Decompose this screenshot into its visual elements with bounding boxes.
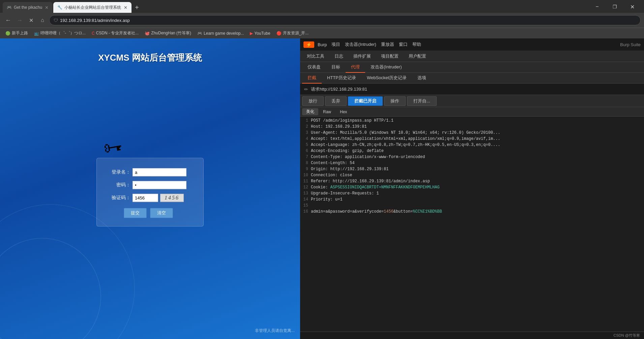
format-raw[interactable]: Raw — [319, 109, 335, 115]
proxy-tab-options[interactable]: 选项 — [412, 73, 432, 84]
action-fanxing[interactable]: 放行 — [302, 96, 324, 106]
action-diqhi[interactable]: 丢弃 — [325, 96, 347, 106]
nav-window[interactable]: 窗口 — [399, 41, 408, 48]
line-content-16: admin=a&password=a&verifycode=1456&butto… — [311, 209, 442, 215]
status-right: CSDN @竹等寒 — [614, 333, 640, 338]
line-content-12: Cookie: ASPSESSIONIDQACBRTDT=NMNFNFFAKKN… — [311, 185, 440, 190]
reload-button[interactable]: ✕ — [26, 16, 36, 25]
proxy-tab-ws-history[interactable]: WebSocket历史记录 — [361, 73, 412, 84]
nav-repeater[interactable]: 重放器 — [381, 41, 394, 48]
line-num-15: 15 — [301, 203, 311, 209]
tab2-title: 小杨站长企业网站后台管理系统 — [64, 5, 121, 10]
tab-proxy[interactable]: 代理 — [346, 62, 365, 73]
bookmark-learngame[interactable]: 🎮 Learn game develop... — [195, 30, 246, 37]
burp-suite-title: Burp Suite — [620, 42, 641, 47]
format-pretty[interactable]: 美化 — [302, 108, 318, 115]
action-intercept-on[interactable]: 拦截已开启 — [348, 96, 383, 106]
line-num-8: 8 — [301, 161, 311, 166]
line-13: 13 Upgrade-Insecure-Requests: 1 — [300, 191, 644, 197]
bookmark4-icon: 🐙 — [145, 31, 150, 36]
format-hex[interactable]: Hex — [336, 109, 351, 115]
bookmark1-label: 新手上路 — [12, 30, 28, 36]
line-2: 2 Host: 192.168.29.139:81 — [300, 124, 644, 130]
window-minimize[interactable]: − — [589, 2, 605, 11]
line-num-13: 13 — [301, 191, 311, 196]
username-input[interactable] — [133, 168, 186, 176]
line-content-3: User-Agent: Mozilla/5.0 (Windows NT 10.0… — [311, 130, 500, 136]
line-15: 15 — [300, 203, 644, 209]
back-button[interactable]: ← — [3, 16, 13, 25]
home-button[interactable]: ⌂ — [38, 16, 47, 25]
line-4: 4 Accept: text/html,application/xhtml+xm… — [300, 136, 644, 142]
line-content-6: Accept-Encoding: gzip, deflate — [311, 149, 384, 154]
nav-burp[interactable]: Burp — [318, 42, 327, 47]
burp-main-tabs: 仪表盘 目标 代理 攻击器(Intruder) — [300, 62, 644, 73]
action-open[interactable]: 打开自... — [407, 96, 437, 106]
tab-dashboard[interactable]: 仪表盘 — [302, 62, 326, 73]
line-6: 6 Accept-Encoding: gzip, deflate — [300, 148, 644, 154]
footer-text: 非管理人员请自觉离... — [255, 328, 295, 334]
submit-button[interactable]: 提交 — [124, 208, 147, 218]
nav-intruder[interactable]: 攻击器(Intruder) — [345, 41, 376, 48]
tool-extensions[interactable]: 插件扩展 — [349, 52, 376, 61]
new-tab-button[interactable]: + — [132, 3, 142, 12]
line-12: 12 Cookie: ASPSESSIONIDQACBRTDT=NMNFNFFA… — [300, 185, 644, 191]
nav-help[interactable]: 帮助 — [412, 41, 421, 48]
security-icon: 🛡 — [54, 18, 58, 23]
bookmark-zhudenghan[interactable]: 🐙 ZhuDengHan (竹等寒) — [142, 29, 194, 37]
tool-user-settings[interactable]: 用户配置 — [404, 52, 431, 61]
username-label: 登录名： — [110, 169, 130, 175]
username-row: 登录名： — [110, 168, 186, 176]
bookmark-csdn[interactable]: C CSDN - 专业开发者社... — [89, 29, 141, 37]
request-content: 1 POST /admin/loginpass.asp HTTP/1.1 2 H… — [300, 117, 644, 332]
line-content-8: Content-Length: 54 — [311, 161, 355, 166]
window-close[interactable]: ✕ — [624, 2, 640, 11]
request-url-bar: ✏ 请求http://192.168.29.139:81 — [300, 84, 644, 95]
line-7: 7 Content-Type: application/x-www-form-u… — [300, 154, 644, 160]
line-num-3: 3 — [301, 130, 311, 136]
tool-log[interactable]: 日志 — [330, 52, 348, 61]
window-maximize[interactable]: ❐ — [607, 2, 622, 11]
nav-project[interactable]: 项目 — [331, 41, 340, 48]
line-8: 8 Content-Length: 54 — [300, 160, 644, 166]
line-num-1: 1 — [301, 118, 311, 124]
line-num-7: 7 — [301, 155, 311, 160]
address-input[interactable]: 🛡 192.168.29.139:81/admin/index.asp — [49, 15, 641, 25]
tab2-close[interactable]: ✕ — [124, 5, 127, 10]
line-content-4: Accept: text/html,application/xhtml+xml,… — [311, 136, 500, 142]
verify-code-display: 1456 — [160, 194, 184, 202]
verify-input[interactable] — [133, 194, 158, 202]
tab-intruder[interactable]: 攻击器(Intruder) — [365, 62, 407, 73]
tab-active[interactable]: 🔧 小杨站长企业网站后台管理系统 ✕ — [53, 2, 131, 13]
forward-button[interactable]: → — [15, 16, 24, 25]
proxy-tab-intercept[interactable]: 拦截 — [302, 73, 322, 84]
proxy-tab-http-history[interactable]: HTTP历史记录 — [322, 73, 361, 84]
bookmark-xinshoushanlu[interactable]: 🟢 新手上路 — [3, 29, 31, 37]
password-input[interactable] — [133, 181, 186, 189]
bookmark-huawei[interactable]: 🔴 开发资源_开... — [274, 29, 312, 37]
format-tabs: 美化 Raw Hex — [300, 107, 644, 117]
clear-button[interactable]: 清空 — [150, 208, 173, 218]
bookmark3-label: CSDN - 专业开发者社... — [96, 30, 139, 36]
bookmark2-label: 哔哩哔哩（゜-゜）つロ... — [40, 30, 86, 36]
burp-tools-row1: 对比工具 日志 插件扩展 项目配置 用户配置 — [300, 51, 644, 62]
tab-bar: 🎮 Get the pikachu ✕ 🔧 小杨站长企业网站后台管理系统 ✕ +… — [0, 0, 644, 13]
tab-target[interactable]: 目标 — [326, 62, 346, 73]
bookmark6-icon: ▶ — [250, 31, 253, 36]
line-content-2: Host: 192.168.29.139:81 — [311, 124, 367, 130]
line-content-11: Referer: http://192.168.29.139:81/admin/… — [311, 179, 430, 184]
burp-logo: ⚡ — [303, 41, 314, 48]
tab-inactive[interactable]: 🎮 Get the pikachu ✕ — [3, 2, 53, 13]
bookmark-bilibili[interactable]: 📺 哔哩哔哩（゜-゜）つロ... — [31, 29, 88, 37]
line-10: 10 Connection: close — [300, 173, 644, 179]
tab1-close[interactable]: ✕ — [45, 5, 49, 10]
key-decoration: 🗝 — [102, 135, 124, 160]
tool-project-settings[interactable]: 项目配置 — [376, 52, 403, 61]
action-operate[interactable]: 操作 — [384, 96, 406, 106]
line-content-14: Priority: u=1 — [311, 197, 343, 203]
tool-compare[interactable]: 对比工具 — [302, 52, 329, 61]
tab1-favicon: 🎮 — [7, 5, 12, 10]
request-url-text: 请求http://192.168.29.139:81 — [311, 86, 367, 92]
bookmark-youtube[interactable]: ▶ YouTube — [247, 30, 273, 37]
deco-circle-2 — [0, 238, 101, 339]
